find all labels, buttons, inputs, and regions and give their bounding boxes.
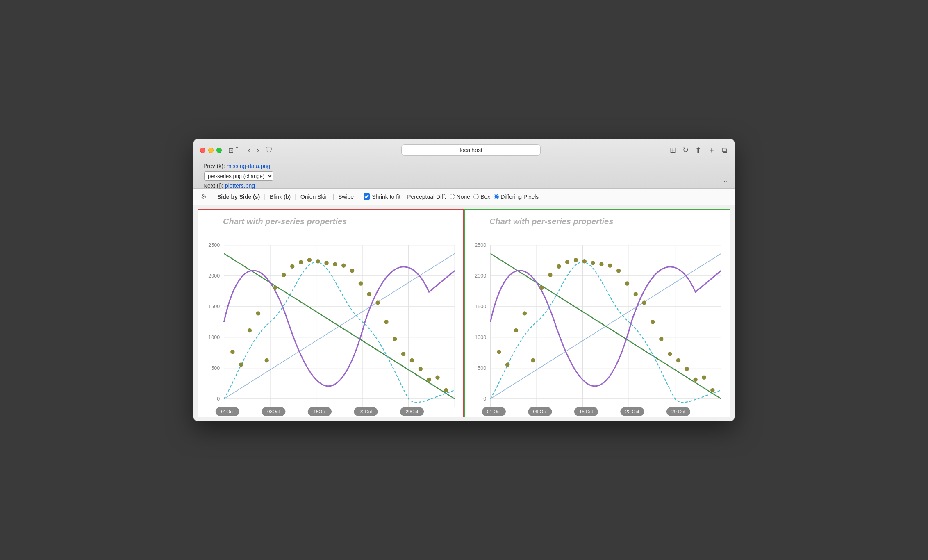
shrink-to-fit-text: Shrink to fit — [372, 193, 400, 200]
traffic-lights — [200, 148, 222, 153]
back-button[interactable]: ‹ — [245, 145, 252, 155]
svg-point-51 — [410, 358, 414, 362]
box-radio-label: Box — [473, 193, 490, 200]
shrink-to-fit-checkbox[interactable] — [364, 193, 370, 200]
svg-text:29Oct: 29Oct — [406, 409, 419, 414]
svg-point-49 — [393, 337, 397, 341]
svg-point-99 — [608, 263, 612, 267]
shrink-to-fit-label: Shrink to fit — [364, 193, 400, 200]
separator-2: | — [295, 193, 296, 200]
side-by-side-button[interactable]: Side by Side (s) — [214, 192, 263, 202]
onion-skin-button[interactable]: Onion Skin — [297, 192, 332, 202]
perceptual-diff-label: Perceptual Diff: — [407, 193, 446, 200]
right-chart-title: Chart with per-series properties — [465, 210, 730, 226]
sidebar-toggle-button[interactable]: ⊡ ˅ — [226, 146, 241, 155]
svg-text:01Oct: 01Oct — [221, 409, 234, 414]
svg-point-95 — [574, 258, 578, 262]
svg-text:0: 0 — [217, 396, 220, 402]
left-chart-container: Chart with per-series properties — [198, 209, 464, 417]
svg-text:01 Oct: 01 Oct — [487, 409, 501, 414]
svg-point-98 — [599, 262, 603, 266]
svg-point-50 — [401, 352, 405, 356]
comparison-area: Chart with per-series properties — [193, 205, 735, 421]
svg-point-107 — [676, 358, 680, 362]
prev-label: Prev (k): — [203, 163, 225, 169]
svg-point-89 — [523, 311, 527, 315]
prev-link[interactable]: missing-data.png — [227, 163, 271, 169]
svg-point-111 — [710, 388, 714, 392]
address-input[interactable] — [401, 144, 541, 156]
box-label: Box — [480, 193, 490, 200]
svg-point-31 — [239, 362, 243, 367]
file-selector[interactable]: per-series.png (change) — [204, 171, 273, 181]
svg-text:29 Oct: 29 Oct — [671, 409, 686, 414]
svg-point-93 — [557, 264, 561, 268]
box-radio[interactable] — [473, 194, 479, 199]
differing-pixels-radio[interactable] — [494, 194, 499, 199]
svg-point-30 — [230, 350, 234, 354]
swipe-button[interactable]: Swipe — [335, 192, 357, 202]
right-chart-container: Chart with per-series properties — [464, 209, 730, 417]
differing-pixels-radio-label: Differing Pixels — [494, 193, 539, 200]
svg-text:1000: 1000 — [475, 335, 486, 340]
svg-point-92 — [548, 273, 552, 277]
svg-text:15Oct: 15Oct — [314, 409, 326, 414]
tabs-button[interactable]: ⧉ — [721, 145, 728, 155]
svg-point-38 — [299, 260, 303, 264]
svg-point-37 — [290, 264, 294, 268]
next-label: Next (j): — [203, 182, 223, 189]
svg-point-55 — [444, 388, 448, 392]
forward-button[interactable]: › — [254, 145, 262, 155]
svg-text:1500: 1500 — [208, 304, 220, 310]
svg-text:2000: 2000 — [208, 273, 220, 279]
minimize-button[interactable] — [208, 148, 214, 153]
chevron-down-icon[interactable]: ⌄ — [200, 176, 728, 184]
left-chart-svg: 0 500 1000 1500 2000 2500 01Oct 08Oct 15… — [198, 228, 463, 417]
blink-button[interactable]: Blink (b) — [266, 192, 294, 202]
none-radio[interactable] — [450, 194, 455, 199]
svg-text:08 Oct: 08 Oct — [533, 409, 548, 414]
svg-text:22 Oct: 22 Oct — [625, 409, 640, 414]
svg-point-48 — [384, 320, 388, 324]
share-button[interactable]: ⬆ — [694, 145, 702, 155]
new-tab-button[interactable]: ＋ — [707, 144, 716, 156]
svg-point-33 — [256, 311, 260, 315]
title-bar: ⊡ ˅ ‹ › 🛡 ⊞ ↻ ⬆ ＋ ⧉ Prev (k): missing-da… — [193, 139, 735, 188]
svg-point-34 — [265, 358, 269, 362]
svg-point-100 — [616, 269, 621, 273]
refresh-button[interactable]: ↻ — [682, 145, 689, 155]
comparison-toolbar: ⚙ Side by Side (s) | Blink (b) | Onion S… — [193, 189, 735, 205]
svg-point-43 — [341, 263, 346, 267]
svg-point-108 — [685, 367, 689, 371]
svg-point-32 — [248, 328, 252, 332]
svg-point-47 — [375, 300, 380, 305]
svg-point-96 — [582, 259, 587, 263]
svg-point-46 — [367, 292, 371, 296]
translate-icon[interactable]: ⊞ — [669, 145, 677, 155]
svg-point-36 — [282, 273, 286, 277]
maximize-button[interactable] — [216, 148, 222, 153]
svg-point-86 — [497, 350, 501, 354]
differing-pixels-label: Differing Pixels — [500, 193, 539, 200]
svg-point-52 — [419, 367, 423, 371]
svg-text:1500: 1500 — [475, 304, 486, 310]
separator-3: | — [332, 193, 334, 200]
svg-point-104 — [651, 320, 655, 324]
svg-point-94 — [565, 260, 569, 264]
next-link[interactable]: plotters.png — [225, 182, 255, 189]
svg-point-35 — [273, 285, 277, 289]
settings-gear-button[interactable]: ⚙ — [200, 192, 207, 201]
svg-text:500: 500 — [478, 365, 486, 371]
svg-point-106 — [668, 352, 672, 356]
svg-point-45 — [359, 281, 363, 285]
svg-text:2500: 2500 — [475, 242, 486, 248]
svg-text:500: 500 — [211, 365, 220, 371]
svg-point-90 — [531, 358, 535, 362]
svg-point-109 — [693, 377, 697, 381]
view-modes: Side by Side (s) | Blink (b) | Onion Ski… — [214, 192, 357, 202]
svg-point-91 — [539, 285, 544, 289]
svg-point-53 — [427, 377, 431, 381]
svg-text:2000: 2000 — [475, 273, 486, 279]
close-button[interactable] — [200, 148, 205, 153]
svg-point-97 — [591, 261, 595, 265]
